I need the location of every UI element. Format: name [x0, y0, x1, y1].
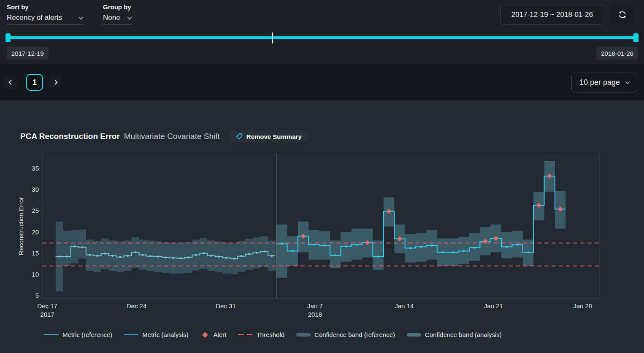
- metric-point: [73, 245, 76, 247]
- metric-point: [66, 255, 68, 258]
- sort-by-value: Recency of alerts: [7, 14, 62, 22]
- metric-point: [149, 255, 152, 257]
- group-by-select[interactable]: None: [103, 14, 131, 25]
- pagination-bar: 1 10 per page: [0, 64, 644, 100]
- refresh-icon: [618, 10, 627, 19]
- remove-summary-label: Remove Summary: [246, 133, 302, 140]
- metric-point: [96, 255, 98, 257]
- metric-point: [241, 255, 243, 257]
- toolbar-controls-row: Sort by Recency of alerts Group by None …: [0, 0, 644, 29]
- metric-point: [409, 247, 411, 249]
- sort-by-group: Sort by Recency of alerts: [7, 3, 83, 25]
- metric-point: [81, 246, 83, 248]
- slider-track[interactable]: [6, 36, 638, 39]
- legend-label: Alert: [214, 331, 227, 338]
- metric-point: [180, 257, 182, 259]
- metric-point: [431, 244, 433, 247]
- metric-point: [452, 251, 454, 253]
- slider-end-date-badge: 2018-01-26: [596, 47, 638, 60]
- metric-point: [58, 255, 60, 258]
- metric-reference-line-swatch: [44, 334, 59, 335]
- y-tick-label: 10: [32, 271, 39, 278]
- metric-point: [203, 252, 205, 254]
- slider-labels-row: 2017-12-19 2018-01-26: [0, 45, 644, 60]
- legend-item-metric-reference[interactable]: Metric (reference): [44, 331, 112, 338]
- metric-point: [292, 250, 294, 252]
- legend-item-threshold[interactable]: Threshold: [238, 331, 284, 338]
- previous-page-button[interactable]: [3, 76, 17, 89]
- metric-point: [377, 255, 379, 258]
- x-tick-label: Jan 7: [307, 302, 323, 310]
- metric-point: [134, 251, 136, 253]
- remove-summary-button[interactable]: Remove Summary: [230, 130, 308, 143]
- result-panel: PCA Reconstruction Error Multivariate Co…: [0, 100, 644, 353]
- y-tick-label: 35: [32, 165, 39, 172]
- legend-item-confidence-reference[interactable]: Confidence band (reference): [296, 331, 395, 338]
- metric-point: [271, 255, 273, 257]
- legend-label: Confidence band (analysis): [425, 331, 502, 338]
- x-tick-sublabel: 2017: [40, 311, 54, 318]
- metric-point: [210, 255, 212, 257]
- x-tick-label: Dec 31: [216, 302, 236, 310]
- metric-point: [324, 244, 326, 247]
- y-tick-label: 25: [32, 207, 39, 214]
- metric-point: [441, 251, 444, 253]
- metric-point: [420, 246, 422, 248]
- slider-handle-start[interactable]: [5, 33, 11, 42]
- tag-icon: [236, 133, 243, 140]
- next-page-button[interactable]: [49, 76, 62, 89]
- metric-analysis-line-swatch: [124, 334, 138, 335]
- refresh-button[interactable]: [611, 5, 634, 24]
- per-page-value: 10 per page: [579, 78, 620, 87]
- group-by-group: Group by None: [103, 3, 131, 25]
- metric-point: [127, 255, 129, 257]
- legend-item-metric-analysis[interactable]: Metric (analysis): [124, 331, 188, 338]
- date-range-picker[interactable]: 2017-12-19 ~ 2018-01-26: [500, 5, 604, 24]
- metric-point: [248, 253, 250, 255]
- metric-point: [165, 256, 167, 258]
- date-range-value: 2017-12-19 ~ 2018-01-26: [511, 11, 593, 19]
- metric-point: [218, 255, 220, 258]
- metric-point: [195, 254, 197, 256]
- chart-legend: Metric (reference) Metric (analysis) Ale…: [44, 331, 502, 338]
- y-axis-title: Reconstruction Error: [17, 197, 24, 255]
- panel-title: PCA Reconstruction Error: [20, 132, 120, 141]
- plot-border: [42, 154, 599, 299]
- chevron-right-icon: [53, 80, 57, 84]
- chevron-down-icon: [625, 79, 630, 84]
- legend-label: Threshold: [256, 331, 284, 338]
- x-tick-label: Jan 21: [484, 302, 503, 310]
- y-tick-label: 5: [35, 292, 39, 299]
- metric-point: [233, 258, 235, 260]
- metric-point: [263, 250, 265, 253]
- metric-point: [225, 257, 227, 259]
- threshold-dash-swatch: [238, 334, 252, 335]
- metric-point: [142, 254, 144, 256]
- date-range-slider: [0, 31, 644, 45]
- slider-handle-end[interactable]: [633, 33, 639, 42]
- alert-diamond-icon: [202, 331, 208, 337]
- legend-item-confidence-analysis[interactable]: Confidence band (analysis): [407, 331, 502, 338]
- metric-point: [356, 244, 358, 246]
- metric-point: [256, 252, 258, 254]
- sort-by-select[interactable]: Recency of alerts: [7, 14, 83, 25]
- chevron-left-icon: [8, 80, 13, 84]
- top-toolbar: Sort by Recency of alerts Group by None …: [0, 0, 644, 64]
- legend-item-alert[interactable]: Alert: [200, 331, 227, 338]
- confidence-band-analysis: [276, 161, 566, 278]
- metric-step-chart: 5101520253035Dec 172017Dec 24Dec 31Jan 7…: [0, 154, 644, 323]
- chevron-down-icon: [78, 15, 83, 19]
- page-number-button[interactable]: 1: [26, 74, 43, 91]
- metric-point: [157, 255, 159, 258]
- metric-point: [345, 245, 347, 247]
- x-tick-sublabel: 2018: [308, 311, 322, 318]
- group-by-value: None: [103, 14, 120, 22]
- per-page-select[interactable]: 10 per page: [571, 73, 637, 92]
- slider-current-marker: [272, 33, 273, 43]
- x-tick-label: Dec 17: [37, 302, 57, 310]
- metric-point: [506, 246, 508, 248]
- legend-label: Metric (analysis): [142, 331, 188, 338]
- legend-label: Metric (reference): [62, 331, 112, 338]
- slider-start-date-badge: 2017-12-19: [7, 47, 49, 60]
- y-tick-label: 30: [32, 186, 39, 193]
